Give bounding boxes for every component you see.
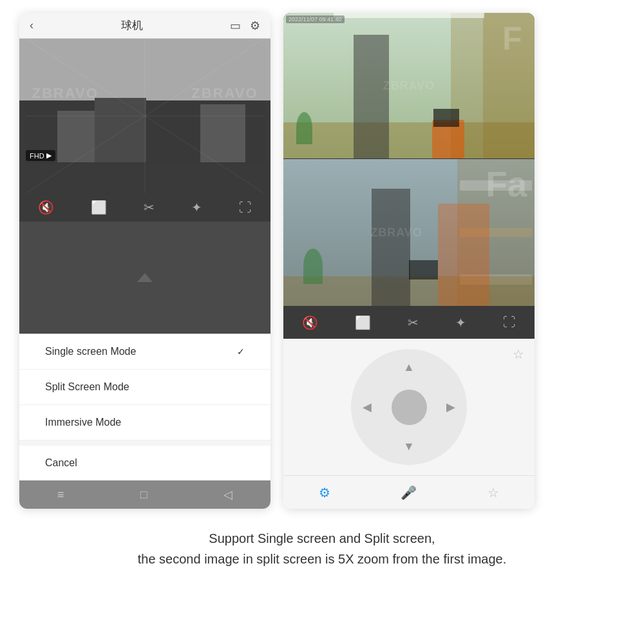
fullscreen-button[interactable]: ⛶: [239, 200, 252, 215]
crosshair-overlay: [19, 39, 270, 193]
cabinet-top: [354, 35, 389, 158]
fhd-arrow: ▶: [46, 151, 52, 160]
plant-top: [296, 112, 312, 144]
right-mute-button[interactable]: 🔇: [302, 315, 318, 330]
header-icons: ▭ ⚙: [230, 19, 260, 33]
settings-icon[interactable]: ⚙: [250, 19, 260, 33]
ptz-triangle: [137, 273, 153, 282]
split-camera-view: F ZBRAVO 2022/11/07 09:41:40: [283, 13, 535, 306]
mic-toolbar-icon[interactable]: 🎤: [401, 485, 417, 500]
star-button[interactable]: ☆: [513, 346, 524, 362]
right-camera-controls: 🔇 ⬜ ✂ ✦ ⛶: [283, 306, 535, 339]
right-fullscreen-button[interactable]: ⛶: [503, 315, 516, 330]
office-scene-bottom: Fa ZBRAVO: [283, 159, 535, 305]
favorite-toolbar-icon[interactable]: ☆: [488, 485, 499, 500]
ptz-up-arrow[interactable]: ▲: [403, 361, 415, 374]
phone-left: ‹ 球机 ▭ ⚙ ZBRAVO ZBRAVO: [19, 13, 270, 509]
bottom-text-line1: Support Single screen and Split screen,: [13, 528, 631, 549]
single-screen-mode-item[interactable]: Single screen Mode ✓: [19, 334, 270, 370]
screen-mode-menu: Single screen Mode ✓ Split Screen Mode I…: [19, 334, 270, 480]
right-bottom-toolbar: ⚙ 🎤 ☆: [283, 475, 535, 509]
record-button[interactable]: ⬜: [91, 200, 107, 215]
single-screen-check: ✓: [237, 346, 245, 357]
left-phone-header: ‹ 球机 ▭ ⚙: [19, 13, 270, 39]
single-screen-label: Single screen Mode: [45, 346, 136, 357]
cancel-label: Cancel: [45, 457, 77, 469]
settings-toolbar-icon[interactable]: ⚙: [319, 485, 330, 500]
display-mode-icon[interactable]: ▭: [230, 19, 241, 33]
left-camera-controls: 🔇 ⬜ ✂ ✦ ⛶: [19, 193, 270, 222]
left-ptz-area: [19, 222, 270, 334]
desk-top: [283, 122, 535, 159]
monitor-top: [433, 109, 459, 127]
ptz-down-arrow[interactable]: ▼: [403, 440, 415, 453]
immersive-mode-item[interactable]: Immersive Mode: [19, 405, 270, 440]
immersive-label: Immersive Mode: [45, 417, 121, 428]
right-brightness-button[interactable]: ✦: [455, 315, 466, 330]
back-nav-icon[interactable]: ◁: [223, 488, 232, 502]
home-nav-icon[interactable]: □: [140, 488, 147, 502]
fhd-badge[interactable]: FHD ▶: [26, 150, 55, 161]
cancel-item[interactable]: Cancel: [19, 440, 270, 480]
ptz-joystick[interactable]: ▲ ▼ ◀ ▶: [351, 349, 467, 465]
office-scene-top: F ZBRAVO 2022/11/07 09:41:40: [283, 13, 535, 158]
art-bottom: [438, 204, 489, 306]
right-scissors-button[interactable]: ✂: [408, 315, 419, 330]
phone-right: F ZBRAVO 2022/11/07 09:41:40: [283, 13, 535, 509]
plant-bottom: [303, 249, 323, 284]
left-phone-title: 球机: [121, 18, 143, 33]
right-watermark-bottom: ZBRAVO: [370, 226, 422, 240]
bottom-description: Support Single screen and Split screen, …: [0, 509, 644, 582]
ptz-right-arrow[interactable]: ▶: [446, 400, 455, 414]
monitor-bottom: [409, 260, 438, 279]
left-camera-view: ZBRAVO ZBRAVO FHD ▶: [19, 39, 270, 193]
left-nav-bar: ≡ □ ◁: [19, 480, 270, 509]
ptz-control-area: ☆ ▲ ▼ ◀ ▶: [283, 339, 535, 475]
scissors-button[interactable]: ✂: [144, 200, 155, 215]
bottom-text-line2: the second image in split screen is 5X z…: [13, 549, 631, 569]
fa-text-top: F: [502, 20, 522, 57]
right-record-button[interactable]: ⬜: [355, 315, 371, 330]
split-screen-label: Split Screen Mode: [45, 381, 129, 393]
split-screen-mode-item[interactable]: Split Screen Mode: [19, 370, 270, 405]
street-scene: ZBRAVO ZBRAVO: [19, 39, 270, 193]
brightness-button[interactable]: ✦: [191, 200, 202, 215]
mute-button[interactable]: 🔇: [38, 200, 54, 215]
right-watermark-top: ZBRAVO: [383, 79, 435, 93]
timestamp-badge: 2022/11/07 09:41:40: [286, 15, 345, 23]
split-camera-top: F ZBRAVO 2022/11/07 09:41:40: [283, 13, 535, 159]
ptz-left-arrow[interactable]: ◀: [363, 400, 372, 414]
fhd-label: FHD: [30, 152, 44, 160]
ceiling-light: [334, 13, 484, 18]
fa-text-bottom: Fa: [486, 164, 527, 205]
split-camera-bottom: Fa ZBRAVO: [283, 159, 535, 305]
ptz-center-button[interactable]: [392, 390, 427, 425]
back-button[interactable]: ‹: [30, 19, 33, 32]
menu-nav-icon[interactable]: ≡: [57, 488, 64, 502]
cabinet-bottom: [372, 189, 410, 306]
